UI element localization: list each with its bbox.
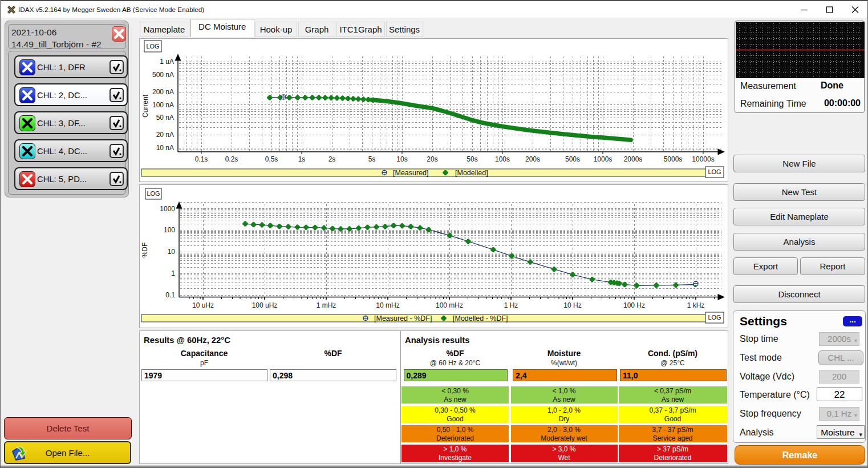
svg-text:[Modelled - %DF]: [Modelled - %DF] <box>453 314 508 322</box>
svg-text:2s: 2s <box>328 155 336 163</box>
svg-text:200s: 200s <box>525 155 540 163</box>
svg-text:1 uA: 1 uA <box>160 58 174 66</box>
svg-text:%DF: %DF <box>141 243 149 258</box>
svg-text:1000: 1000 <box>160 205 175 213</box>
svg-text:100 uHz: 100 uHz <box>252 301 278 309</box>
svg-text:1000s: 1000s <box>594 155 613 163</box>
svg-text:LOG: LOG <box>708 168 721 175</box>
svg-text:50s: 50s <box>467 155 477 163</box>
svg-text:[Modelled]: [Modelled] <box>455 169 488 177</box>
svg-text:10 nA: 10 nA <box>156 144 174 152</box>
svg-text:0.5s: 0.5s <box>265 155 278 163</box>
svg-text:0.1: 0.1 <box>165 291 175 299</box>
svg-text:LOG: LOG <box>146 43 159 50</box>
svg-text:1 Hz: 1 Hz <box>504 301 518 309</box>
svg-text:5000s: 5000s <box>664 155 683 163</box>
svg-text:10 Hz: 10 Hz <box>563 301 581 309</box>
svg-text:10: 10 <box>168 248 176 256</box>
svg-text:500s: 500s <box>565 155 580 163</box>
svg-text:0.1s: 0.1s <box>195 155 208 163</box>
svg-text:100 mHz: 100 mHz <box>436 301 463 309</box>
svg-text:Current: Current <box>141 94 149 118</box>
svg-text:[Measured - %DF]: [Measured - %DF] <box>374 314 432 322</box>
svg-text:100 Hz: 100 Hz <box>623 301 645 309</box>
svg-text:LOG: LOG <box>708 314 721 321</box>
svg-text:1s: 1s <box>298 155 306 163</box>
svg-text:50 nA: 50 nA <box>156 114 174 122</box>
svg-text:2000s: 2000s <box>624 155 643 163</box>
svg-text:1 kHz: 1 kHz <box>687 301 705 309</box>
svg-text:20s: 20s <box>427 155 437 163</box>
svg-text:1: 1 <box>171 269 175 277</box>
svg-text:200 nA: 200 nA <box>152 88 174 96</box>
svg-text:100s: 100s <box>495 155 510 163</box>
svg-text:1 mHz: 1 mHz <box>317 301 336 309</box>
svg-text:LOG: LOG <box>147 190 160 197</box>
svg-text:10 uHz: 10 uHz <box>192 301 214 309</box>
svg-text:10000s: 10000s <box>692 155 714 163</box>
svg-text:[Measured]: [Measured] <box>393 169 429 177</box>
svg-text:20 nA: 20 nA <box>156 131 174 139</box>
svg-text:100 nA: 100 nA <box>152 101 174 109</box>
svg-text:10 mHz: 10 mHz <box>376 301 399 309</box>
svg-text:500 nA: 500 nA <box>152 71 174 79</box>
svg-text:5s: 5s <box>368 155 376 163</box>
svg-text:100: 100 <box>164 226 175 234</box>
svg-text:10s: 10s <box>396 155 407 163</box>
svg-text:0.2s: 0.2s <box>225 155 238 163</box>
